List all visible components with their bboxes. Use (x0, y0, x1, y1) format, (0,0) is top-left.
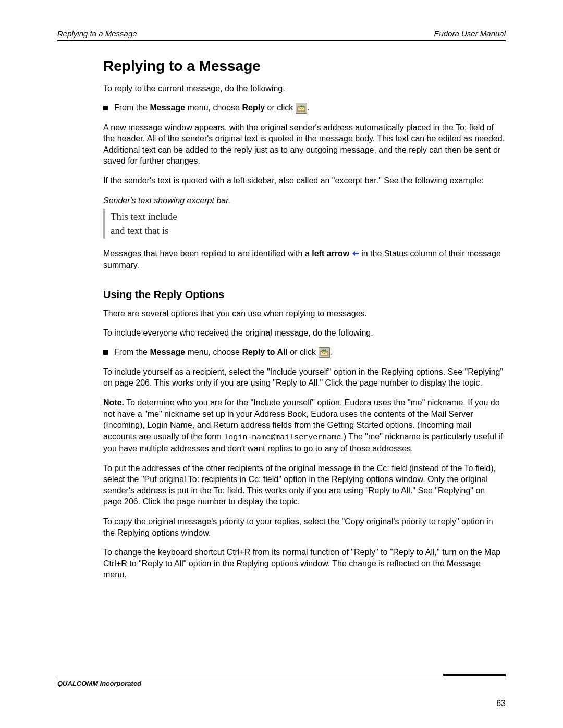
bullet-text: From the Message menu, choose Reply or c… (114, 103, 309, 114)
section-heading: Using the Reply Options (103, 289, 506, 301)
page-title: Replying to a Message (103, 58, 506, 75)
excerpt-bar-example: This text include and text that is (103, 209, 506, 239)
page-number: 63 (496, 699, 506, 708)
body-paragraph: If the sender's text is quoted with a le… (103, 175, 506, 187)
bullet-item: From the Message menu, choose Reply or c… (103, 103, 506, 114)
footer-text: QUALCOMM Incorporated (57, 680, 506, 687)
body-paragraph: To include everyone who received the ori… (103, 327, 506, 339)
figure-caption: Sender's text showing excerpt bar. (103, 195, 506, 206)
body-paragraph: To copy the original message's priority … (103, 516, 506, 538)
body-paragraph: To include yourself as a recipient, sele… (103, 366, 506, 389)
page: Replying to a Message Eudora User Manual… (0, 0, 563, 728)
header-rule (57, 40, 506, 41)
body-paragraph: There are several options that you can u… (103, 308, 506, 319)
body-paragraph: To put the addresses of the other recipi… (103, 463, 506, 508)
reply-all-icon (319, 347, 330, 358)
left-arrow-icon (352, 248, 359, 260)
excerpt-line: This text include (111, 210, 506, 224)
content-area: Replying to a Message To reply to the cu… (103, 58, 506, 581)
bullet-item: From the Message menu, choose Reply to A… (103, 347, 506, 358)
bullet-icon (103, 106, 108, 110)
note-paragraph: Note. To determine who you are for the "… (103, 397, 506, 454)
body-paragraph: A new message window appears, with the o… (103, 122, 506, 167)
bullet-text: From the Message menu, choose Reply to A… (114, 347, 332, 358)
footer: QUALCOMM Incorporated (57, 673, 506, 687)
header-left: Replying to a Message (57, 29, 137, 38)
bullet-icon (103, 350, 108, 355)
body-paragraph: Messages that have been replied to are i… (103, 248, 506, 270)
footer-rule (57, 673, 506, 676)
reply-icon (296, 103, 307, 114)
header-right: Eudora User Manual (434, 29, 506, 38)
body-paragraph: To change the keyboard shortcut Ctrl+R f… (103, 547, 506, 581)
excerpt-line: and text that is (111, 224, 506, 238)
running-header: Replying to a Message Eudora User Manual (57, 29, 506, 40)
intro-paragraph: To reply to the current message, do the … (103, 83, 506, 94)
